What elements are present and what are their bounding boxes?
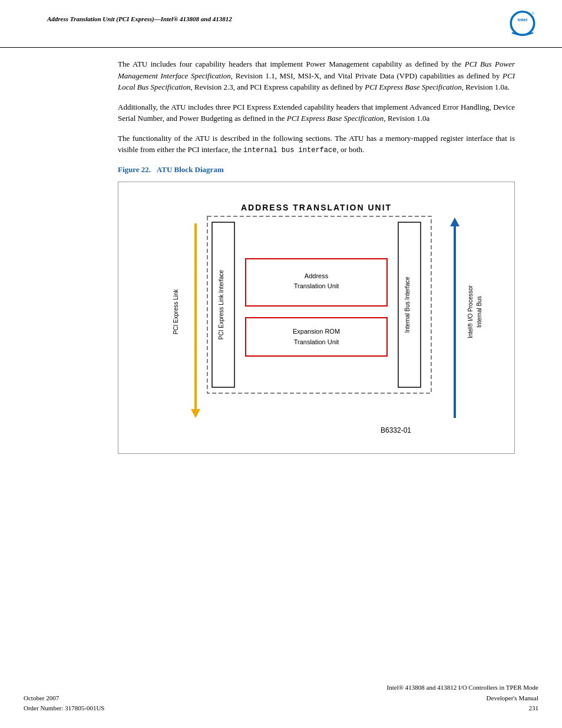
- diagram-container: ADDRESS TRANSLATION UNIT PCI Express Lin…: [124, 194, 508, 442]
- page-footer: October 2007 Order Number: 317805-001US …: [0, 683, 562, 714]
- svg-text:intel: intel: [518, 17, 528, 22]
- svg-text:PCI Express Link: PCI Express Link: [173, 288, 179, 334]
- footer-left: October 2007 Order Number: 317805-001US: [24, 693, 104, 714]
- svg-text:Internal Bus: Internal Bus: [476, 296, 482, 327]
- svg-text:Translation Unit: Translation Unit: [294, 338, 339, 345]
- diagram-wrapper: ADDRESS TRANSLATION UNIT PCI Express Lin…: [118, 182, 515, 454]
- svg-marker-16: [191, 409, 200, 418]
- svg-text:®: ®: [532, 12, 534, 15]
- svg-text:Intel® I/O Processor: Intel® I/O Processor: [467, 285, 474, 338]
- svg-text:Translation Unit: Translation Unit: [294, 282, 339, 289]
- svg-text:B6332-01: B6332-01: [381, 426, 411, 434]
- footer-date: October 2007: [24, 693, 104, 704]
- footer-doc-title: Intel® 413808 and 413812 I/O Controllers…: [387, 683, 538, 693]
- paragraph-3: The functionality of the ATU is describe…: [118, 133, 515, 156]
- svg-text:Internal Bus Interface: Internal Bus Interface: [404, 276, 411, 332]
- main-content: The ATU includes four capability headers…: [0, 58, 562, 466]
- svg-text:ADDRESS TRANSLATION UNIT: ADDRESS TRANSLATION UNIT: [241, 203, 392, 212]
- footer-order: Order Number: 317805-001US: [24, 703, 104, 714]
- paragraph-2: Additionally, the ATU includes three PCI…: [118, 101, 515, 124]
- footer-page: 231: [387, 703, 538, 714]
- page-header: Address Translation Unit (PCI Express)—I…: [0, 0, 562, 48]
- svg-marker-18: [450, 218, 459, 226]
- footer-manual: Developer's Manual: [387, 693, 538, 704]
- header-title: Address Translation Unit (PCI Express)—I…: [47, 11, 232, 22]
- svg-text:Address: Address: [305, 272, 329, 279]
- footer-right: Intel® 413808 and 413812 I/O Controllers…: [387, 683, 538, 714]
- svg-text:Expansion ROM: Expansion ROM: [293, 328, 340, 335]
- intel-logo-icon: intel ®: [496, 11, 538, 41]
- figure-title: ATU Block Diagram: [157, 165, 224, 174]
- svg-rect-12: [246, 318, 387, 356]
- paragraph-1: The ATU includes four capability headers…: [118, 58, 515, 93]
- svg-text:PCI Express Link Interface: PCI Express Link Interface: [218, 269, 224, 340]
- svg-point-0: [511, 12, 534, 35]
- figure-number: Figure 22.: [118, 165, 151, 174]
- figure-label: Figure 22. ATU Block Diagram: [118, 164, 515, 176]
- atu-diagram: ADDRESS TRANSLATION UNIT PCI Express Lin…: [143, 194, 490, 442]
